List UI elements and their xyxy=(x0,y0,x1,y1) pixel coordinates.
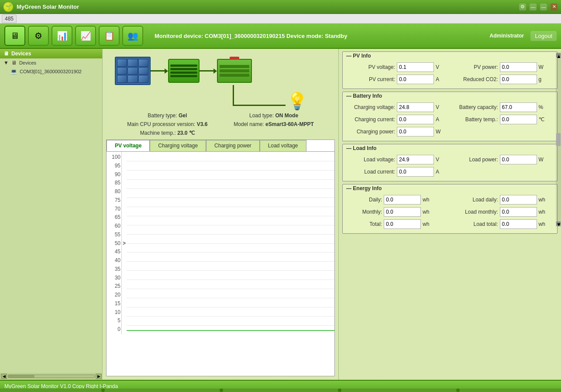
monthly-input[interactable] xyxy=(384,207,421,217)
scroll-left-btn[interactable]: ◀ xyxy=(1,374,7,379)
daily-label: Daily: xyxy=(347,197,382,203)
machine-temp: Machine temp.: 23.0 ℃ xyxy=(127,130,207,136)
battery-capacity-field: Battery capacity: % xyxy=(450,102,553,112)
close-icon[interactable]: ✕ xyxy=(551,3,558,10)
expand-icon: ▼ xyxy=(3,60,9,66)
model-name: Model name: eSmart3-60A-MPPT xyxy=(234,121,313,127)
pv-current-unit: A xyxy=(436,76,444,82)
monthly-field: Monthly: wh xyxy=(347,207,450,217)
battery-capacity-input[interactable] xyxy=(500,102,537,112)
y-axis: 100 95 90 85 80 75 70 65 60 55 50 45 40 … xyxy=(107,152,122,334)
browser-tab: 485 xyxy=(2,14,17,23)
total-input[interactable] xyxy=(384,219,421,229)
tab-charging-voltage[interactable]: Charging voltage xyxy=(150,140,206,151)
pv-voltage-input[interactable] xyxy=(397,62,434,72)
device-group-icon: 🖥 xyxy=(11,60,17,66)
sidebar-header: 🖥 Devices xyxy=(0,49,102,58)
pv-current-input[interactable] xyxy=(397,75,434,84)
charging-current-input[interactable] xyxy=(397,115,434,124)
settings-button[interactable]: ⚙ xyxy=(28,26,49,46)
load-total-label: Load total: xyxy=(450,221,498,227)
scroll-bar[interactable] xyxy=(8,375,95,378)
y-45: 45 xyxy=(107,249,120,255)
pv-info-title: — PV Info xyxy=(343,52,557,60)
taskbar-dot-4 xyxy=(456,389,460,392)
tab-load-voltage[interactable]: Load voltage xyxy=(260,140,306,151)
scroll-up-btn[interactable]: ▲ xyxy=(556,53,561,58)
scroll-right-btn[interactable]: ▶ xyxy=(96,374,102,379)
report-button[interactable]: 📋 xyxy=(99,26,120,46)
graph-button[interactable]: 📈 xyxy=(75,26,96,46)
device-icon: 💻 xyxy=(10,68,17,75)
load-daily-input[interactable] xyxy=(500,195,537,205)
chart-button[interactable]: 📊 xyxy=(52,26,72,46)
battery-temp-unit: ℃ xyxy=(539,116,547,123)
load-voltage-field: Load voltage: V xyxy=(347,155,450,164)
load-connector: 💡 xyxy=(115,85,326,106)
scroll-down-btn[interactable]: ▼ xyxy=(556,222,561,226)
chart-data-line xyxy=(127,330,334,331)
load-monthly-input[interactable] xyxy=(500,207,537,217)
device-label: COM3[01]_36000003201902 xyxy=(20,69,82,74)
sidebar-item-device-group[interactable]: ▼ 🖥 Devices xyxy=(0,58,102,67)
reduced-co2-input[interactable] xyxy=(500,75,537,84)
monitor-button[interactable]: 🖥 xyxy=(4,26,25,46)
charging-current-label: Charging current: xyxy=(347,116,395,123)
pv-voltage-label: PV voltage: xyxy=(347,64,395,70)
y-90: 90 xyxy=(107,171,120,177)
y-30: 30 xyxy=(107,275,120,281)
sidebar-item-device[interactable]: 💻 COM3[01]_36000003201902 xyxy=(0,67,102,76)
user-area: Administrator Logout xyxy=(490,31,557,41)
battery-temp-field: Battery temp.: ℃ xyxy=(450,115,553,124)
daily-input[interactable] xyxy=(384,195,421,205)
settings-icon[interactable]: ⚙ xyxy=(519,3,526,10)
reduced-co2-label: Reduced CO2: xyxy=(450,76,498,82)
minimize-window-icon[interactable]: — xyxy=(540,3,547,10)
y-55: 55 xyxy=(107,232,120,238)
y-60: 60 xyxy=(107,223,120,229)
logout-button[interactable]: Logout xyxy=(530,31,557,41)
tab-charging-power[interactable]: Charging power xyxy=(206,140,260,151)
battery-temp-input[interactable] xyxy=(500,115,537,124)
energy-info-section: — Energy Info Daily: wh Load daily: wh M… xyxy=(342,184,558,234)
scroll-track: ◀ ▶ xyxy=(0,373,103,380)
cpu-version-value: V3.6 xyxy=(197,121,208,127)
light-bulb: 💡 xyxy=(287,93,307,109)
charging-current-field: Charging current: A xyxy=(347,115,450,124)
charging-voltage-unit: V xyxy=(436,104,444,110)
sidebar-scrollbar[interactable]: ◀ ▶ xyxy=(0,373,103,380)
devices-icon: 🖥 xyxy=(3,51,9,57)
load-voltage-input[interactable] xyxy=(397,155,434,164)
chart-canvas xyxy=(127,152,334,334)
load-current-input[interactable] xyxy=(397,167,434,177)
taskbar-bottom xyxy=(0,389,561,392)
tab-pv-voltage[interactable]: PV voltage xyxy=(107,140,150,151)
y-axis-label: > xyxy=(122,152,127,334)
minimize-icon[interactable]: — xyxy=(530,3,537,10)
load-power-input[interactable] xyxy=(500,155,537,164)
app-icon: 🌱 xyxy=(3,2,13,12)
grid-lines xyxy=(127,152,334,334)
load-total-unit: wh xyxy=(539,221,547,227)
y-95: 95 xyxy=(107,163,120,169)
pv-power-label: PV power: xyxy=(450,64,498,70)
load-info-title: — Load Info xyxy=(343,144,557,152)
battery-info-section: — Battery Info Charging voltage: V Batte… xyxy=(342,92,558,141)
diagram-row xyxy=(115,57,326,85)
battery-type: Battery type: Gel xyxy=(127,112,207,119)
title-bar: 🌱 MyGreen Solar Monitor ⚙ — — ✕ xyxy=(0,0,561,14)
load-current-label: Load current: xyxy=(347,169,395,175)
device-info: Monitored device: COM3[01]_3600000320190… xyxy=(146,33,487,39)
load-voltage-unit: V xyxy=(436,157,444,163)
taskbar-dot-3 xyxy=(338,389,341,392)
solar-panel xyxy=(115,57,151,85)
charging-power-input[interactable] xyxy=(397,127,434,136)
pv-info-body: PV voltage: V PV power: W PV current: A … xyxy=(343,60,557,89)
load-total-input[interactable] xyxy=(500,219,537,229)
y-85: 85 xyxy=(107,180,120,186)
pv-power-input[interactable] xyxy=(500,62,537,72)
users-button[interactable]: 👥 xyxy=(122,26,143,46)
pv-voltage-unit: V xyxy=(436,64,444,70)
charging-voltage-input[interactable] xyxy=(397,102,434,112)
pv-current-field: PV current: A xyxy=(347,75,450,84)
